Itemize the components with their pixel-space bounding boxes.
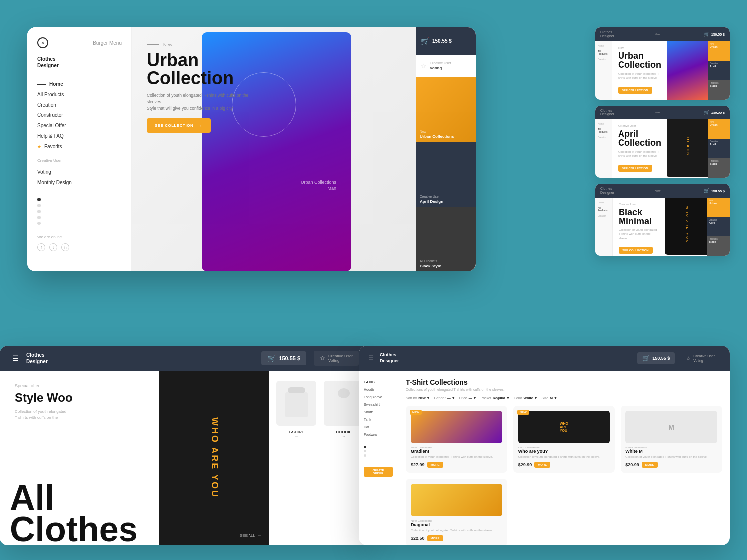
- hero-text: New Urban Collection Collection of youth…: [147, 42, 261, 133]
- br-cart: 🛒 150.55 $: [637, 352, 675, 364]
- br-filters: Sort by New ▼ Gender — ▼ Price — ▼ Pocke…: [406, 396, 722, 400]
- br-product-name-2: Who are you?: [518, 449, 610, 454]
- social-icon-2[interactable]: t: [49, 243, 57, 251]
- svg-point-3: [338, 388, 350, 398]
- mini-cart-icon-1: 🛒: [704, 32, 709, 37]
- mini-title-2: AprilCollection: [618, 129, 661, 147]
- br-sidebar-swearshirt[interactable]: Swearshirt: [359, 401, 398, 408]
- br-price-2: $29.99: [518, 462, 532, 467]
- bottom-right-mockup: ☰ ClothesDesigner 🛒 150.55 $ ☆ Creative …: [359, 346, 730, 545]
- br-filter-pocket[interactable]: Pocket Regular ▼: [481, 396, 510, 400]
- see-collection-button[interactable]: SEE COLLECTION →: [147, 118, 211, 133]
- br-filter-sortby[interactable]: Sort by New ▼: [406, 396, 430, 400]
- side-card-urban[interactable]: New Urban Collections: [416, 77, 476, 142]
- mini-tshirt-blue: [667, 41, 708, 100]
- br-voting-text: Creative UserVoting: [693, 354, 715, 363]
- mini-cart-price-1: 150.55 $: [711, 33, 725, 36]
- sidebar-dot-5[interactable]: [37, 222, 41, 225]
- mini-title-3: BlackMinimal: [619, 208, 659, 225]
- mini-desc-1: Collection of youth elongated T-shirts w…: [618, 72, 661, 80]
- sidebar-item-special-offer[interactable]: Special Offer: [27, 120, 131, 131]
- br-new-badge-2: NEW: [517, 410, 529, 415]
- sidebar-dot-2[interactable]: [37, 204, 41, 207]
- br-sidebar-tank[interactable]: Tank: [359, 416, 398, 423]
- br-product-diagonal[interactable]: New Collections Diagonal Collection of y…: [406, 479, 507, 545]
- bl-product-hoodie[interactable]: HOODIE →: [324, 381, 364, 439]
- mini-cart-price-2: 150.55 $: [711, 111, 725, 114]
- br-more-btn-3[interactable]: MORE: [642, 462, 658, 468]
- br-product-white[interactable]: M New Collections White M Collection of …: [621, 406, 722, 473]
- mini-btn-3[interactable]: SEE COLLECTION: [619, 247, 653, 254]
- side-card-april-label: Creative User April Design: [420, 195, 443, 204]
- side-card-black[interactable]: All Products Black Style: [416, 207, 476, 271]
- br-main-sub: Collections of youth elongated T-shirts …: [406, 388, 722, 391]
- sidebar-item-home[interactable]: Home: [27, 79, 131, 89]
- sidebar-item-creation[interactable]: Creation: [27, 100, 131, 110]
- mini-body-2: Home All Products Creation Creative User…: [595, 119, 730, 178]
- bl-products-grid: T-SHIRT → HOODIE →: [276, 381, 364, 439]
- bl-hero-image: WHO ARE YOU SEE ALL →: [159, 371, 269, 545]
- sidebar-item-favorits[interactable]: Favorits: [27, 141, 131, 152]
- svg-rect-0: [285, 392, 308, 417]
- burger-label: Burger Menu: [93, 40, 122, 46]
- br-brand: ClothesDesigner: [380, 352, 399, 364]
- br-more-btn-1[interactable]: MORE: [427, 462, 443, 468]
- mini-tag-2: Creative User: [618, 124, 661, 127]
- mini-btn-1[interactable]: SEE COLLECTION: [618, 87, 652, 94]
- voting-panel: ☆ Creative User Voting: [416, 55, 476, 77]
- white-img: M: [625, 411, 717, 443]
- mini-content-2: Creative User AprilCollection Collection…: [612, 119, 667, 178]
- mini-tshirt-black: BLACK: [667, 119, 708, 177]
- br-top-bar: ☰ ClothesDesigner 🛒 150.55 $ ☆ Creative …: [359, 346, 730, 371]
- create-order-button[interactable]: CREATE ORDER: [364, 467, 393, 477]
- mini-btn-2[interactable]: SEE COLLECTION: [618, 165, 652, 172]
- br-filter-color[interactable]: Color White ▼: [514, 396, 538, 400]
- br-hamburger-icon[interactable]: ☰: [369, 355, 374, 362]
- mini-sidebar-1: Home All Products Creation: [595, 41, 612, 100]
- bl-hero-desc: Collection of youth elongatedT-shirts wi…: [15, 409, 144, 421]
- br-products-grid: NEW New Collections Gradient Collection …: [406, 406, 722, 545]
- br-sidebar-longsleeve[interactable]: Long sleeve: [359, 393, 398, 401]
- mini-brand-3: ClothesDesigner: [600, 187, 614, 195]
- bl-product-tshirt[interactable]: T-SHIRT →: [276, 381, 316, 439]
- br-sidebar-hoodie[interactable]: Hoodie: [359, 386, 398, 393]
- br-filter-size[interactable]: Size M ▼: [542, 396, 557, 400]
- sidebar-item-help[interactable]: Help & FAQ: [27, 131, 131, 141]
- side-card-black-label: All Products Black Style: [420, 259, 441, 269]
- sidebar-item-monthly[interactable]: Monthly Design: [27, 177, 131, 188]
- br-sidebar-footwear[interactable]: Footwear: [359, 431, 398, 438]
- br-more-btn-2[interactable]: MORE: [534, 462, 550, 468]
- sidebar-item-voting[interactable]: Voting: [27, 167, 131, 177]
- br-product-name-1: Gradient: [411, 449, 502, 454]
- see-all-arrow: →: [257, 533, 261, 538]
- sidebar-dot-1[interactable]: [37, 198, 41, 201]
- sidebar-dot-3[interactable]: [37, 210, 41, 213]
- bl-see-all[interactable]: SEE ALL →: [240, 533, 261, 538]
- mini-desc-2: Collection of youth elongated T-shirts w…: [618, 150, 661, 158]
- sidebar-pagination: [27, 190, 131, 232]
- br-sidebar-hat[interactable]: Hat: [359, 423, 398, 431]
- bl-hamburger-icon[interactable]: ☰: [12, 354, 19, 362]
- br-filter-price[interactable]: Price — ▼: [459, 396, 477, 400]
- hero-title: Urban Collection: [147, 51, 261, 87]
- sidebar-item-constructor[interactable]: Constructor: [27, 110, 131, 120]
- close-button[interactable]: ×: [37, 37, 48, 48]
- sidebar-item-all-products[interactable]: All Products: [27, 89, 131, 100]
- br-more-btn-4[interactable]: MORE: [427, 535, 443, 541]
- mini-right-cards-3: New Urban Creative April Products Black: [707, 198, 730, 256]
- mini-cart-2: 🛒 150.55 $: [704, 110, 725, 115]
- br-product-gradient[interactable]: NEW New Collections Gradient Collection …: [406, 406, 507, 473]
- side-card-april[interactable]: Creative User April Design: [416, 142, 476, 207]
- new-line: [147, 44, 159, 45]
- social-icon-3[interactable]: in: [61, 243, 69, 251]
- social-icon-1[interactable]: f: [37, 243, 45, 251]
- sidebar-nav: Home All Products Creation Constructor S…: [27, 76, 131, 154]
- sidebar-dot-4[interactable]: [37, 216, 41, 219]
- br-sidebar-tenis[interactable]: T-ENIS: [359, 378, 398, 386]
- br-filter-gender[interactable]: Gender — ▼: [434, 396, 455, 400]
- br-voting: ☆ Creative UserVoting: [681, 351, 720, 365]
- br-product-who[interactable]: NEW WHOAREYOU New Collections Who are yo…: [513, 406, 615, 473]
- right-panel: 🛒 150.55 $ ☆ Creative User Voting New Ur…: [416, 27, 476, 271]
- arrow-icon: →: [197, 123, 203, 128]
- br-sidebar-shorts[interactable]: Shorts: [359, 408, 398, 416]
